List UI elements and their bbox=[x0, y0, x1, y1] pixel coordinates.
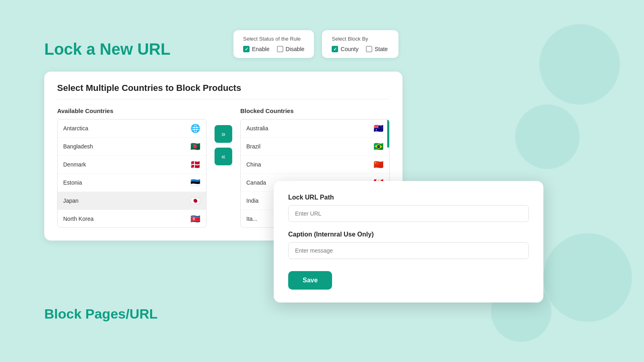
scroll-indicator bbox=[387, 119, 389, 148]
disable-option[interactable]: Disable bbox=[277, 46, 305, 52]
block-by-card: Select Block By County State bbox=[322, 30, 398, 58]
caption-input[interactable] bbox=[288, 242, 529, 259]
main-card-title: Select Multiple Countries to Block Produ… bbox=[57, 83, 390, 99]
status-rule-card: Select Status of the Rule Enable Disable bbox=[233, 30, 314, 58]
status-rule-title: Select Status of the Rule bbox=[243, 36, 304, 42]
available-title: Available Countries bbox=[57, 107, 206, 114]
transfer-back-button[interactable]: « bbox=[215, 148, 232, 165]
state-label: State bbox=[375, 46, 388, 52]
enable-checkbox[interactable] bbox=[243, 46, 250, 52]
bottom-label: Block Pages/URL bbox=[44, 306, 158, 322]
block-by-title: Select Block By bbox=[332, 36, 389, 42]
disable-checkbox[interactable] bbox=[277, 46, 283, 52]
list-item[interactable]: Brazil🇧🇷 bbox=[241, 138, 389, 156]
deco-circle-2 bbox=[515, 105, 580, 169]
caption-label: Caption (Internral Use Only) bbox=[288, 231, 529, 238]
disable-label: Disable bbox=[286, 46, 305, 52]
transfer-forward-button[interactable]: » bbox=[215, 125, 232, 143]
url-label: Lock URL Path bbox=[288, 194, 529, 201]
list-item[interactable]: North Korea🇰🇵 bbox=[58, 210, 206, 228]
county-label: County bbox=[341, 46, 358, 52]
status-rule-options: Enable Disable bbox=[243, 46, 304, 52]
list-item[interactable]: Japan🇯🇵 bbox=[58, 192, 206, 210]
enable-label: Enable bbox=[252, 46, 270, 52]
top-controls: Select Status of the Rule Enable Disable… bbox=[233, 30, 398, 58]
available-list[interactable]: Antarctica🌐Bangladesh🇧🇩Denmark🇩🇰Estonia🇪… bbox=[57, 119, 206, 228]
transfer-buttons: » « bbox=[206, 125, 240, 165]
url-input[interactable] bbox=[288, 205, 529, 222]
list-item[interactable]: Estonia🇪🇪 bbox=[58, 174, 206, 192]
list-item[interactable]: Australia🇦🇺 bbox=[241, 119, 389, 138]
list-item[interactable]: China🇨🇳 bbox=[241, 156, 389, 174]
block-by-options: County State bbox=[332, 46, 389, 52]
page-title: Lock a New URL bbox=[44, 40, 170, 58]
blocked-title: Blocked Countries bbox=[240, 107, 390, 114]
list-item[interactable]: Antarctica🌐 bbox=[58, 119, 206, 138]
list-item[interactable]: Bangladesh🇧🇩 bbox=[58, 138, 206, 156]
state-option[interactable]: State bbox=[366, 46, 388, 52]
list-item[interactable]: Denmark🇩🇰 bbox=[58, 156, 206, 174]
county-checkbox[interactable] bbox=[332, 46, 338, 52]
deco-circle-3 bbox=[543, 233, 632, 322]
state-checkbox[interactable] bbox=[366, 46, 372, 52]
deco-circle-1 bbox=[539, 24, 620, 105]
county-option[interactable]: County bbox=[332, 46, 358, 52]
save-button[interactable]: Save bbox=[288, 271, 332, 290]
enable-option[interactable]: Enable bbox=[243, 46, 270, 52]
available-section: Available Countries Antarctica🌐Banglades… bbox=[57, 107, 206, 228]
overlay-card: Lock URL Path Caption (Internral Use Onl… bbox=[274, 181, 543, 302]
